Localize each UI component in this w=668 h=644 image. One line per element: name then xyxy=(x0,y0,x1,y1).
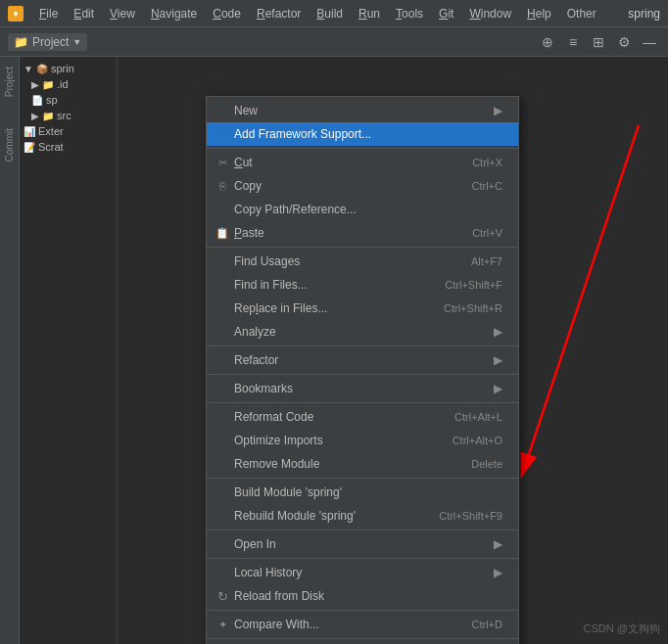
menu-item-find-in-files-label: Find in Files... xyxy=(234,278,429,292)
menu-item-copy-path[interactable]: Copy Path/Reference... xyxy=(207,198,518,221)
menu-item-copy[interactable]: ⎘ Copy Ctrl+C xyxy=(207,174,518,198)
folder-icon-id: 📁 xyxy=(42,79,54,90)
project-selector[interactable]: 📁 Project ▼ xyxy=(8,33,87,51)
submenu-arrow-local-history: ▶ xyxy=(494,566,502,579)
folder-collapsed-icon2: ▶ xyxy=(31,111,39,121)
separator-8 xyxy=(207,558,518,559)
menu-refactor[interactable]: Refactor xyxy=(249,3,309,24)
menu-item-refactor[interactable]: Refactor ▶ xyxy=(207,348,518,372)
tab-commit[interactable]: Commit xyxy=(2,122,17,167)
rebuild-module-shortcut: Ctrl+Shift+F9 xyxy=(439,510,502,522)
menu-item-find-in-files[interactable]: Find in Files... Ctrl+Shift+F xyxy=(207,273,518,297)
submenu-arrow-analyze: ▶ xyxy=(494,325,502,339)
menu-code[interactable]: Code xyxy=(205,3,249,24)
tree-item-exter[interactable]: 📊 Exter xyxy=(20,123,117,139)
menu-item-replace-in-files-label: Replace in Files... xyxy=(234,301,428,315)
folder-icon-src: 📁 xyxy=(42,111,54,121)
menu-item-rebuild-module-label: Rebuild Module 'spring' xyxy=(234,509,423,523)
app-logo: ♦ xyxy=(8,6,24,22)
menu-window[interactable]: Window xyxy=(461,3,519,24)
menu-git[interactable]: Git xyxy=(431,3,461,24)
watermark: CSDN @文狗狗 xyxy=(584,621,660,636)
tree-item-src[interactable]: ▶ 📁 src xyxy=(20,108,117,123)
tree-label-src: src xyxy=(57,110,72,121)
menu-item-analyze[interactable]: Analyze ▶ xyxy=(207,320,518,344)
reload-icon: ↻ xyxy=(215,588,230,604)
menu-edit[interactable]: Edit xyxy=(66,3,102,24)
project-label-text: Project xyxy=(32,35,69,49)
menu-view[interactable]: View xyxy=(102,3,143,24)
menu-item-open-in[interactable]: Open In ▶ xyxy=(207,532,518,556)
compare-icon: ✦ xyxy=(215,617,230,632)
menu-item-bookmarks[interactable]: Bookmarks ▶ xyxy=(207,377,518,400)
scope-icon-btn[interactable]: ⊕ xyxy=(537,31,558,53)
svg-line-1 xyxy=(521,125,639,478)
submenu-arrow-bookmarks: ▶ xyxy=(494,382,502,395)
menu-build[interactable]: Build xyxy=(309,3,351,24)
exter-icon: 📊 xyxy=(24,126,35,137)
settings-icon-btn[interactable]: ⚙ xyxy=(613,31,635,53)
tree-item-scrat[interactable]: 📝 Scrat xyxy=(20,139,117,155)
expand-icon-btn[interactable]: ⊞ xyxy=(588,31,609,53)
menu-tools[interactable]: Tools xyxy=(388,3,431,24)
side-tabs: Project Commit xyxy=(0,57,20,644)
menu-item-build-module[interactable]: Build Module 'spring' xyxy=(207,481,518,504)
layout-icon-btn[interactable]: ≡ xyxy=(562,31,584,53)
menu-item-local-history[interactable]: Local History ▶ xyxy=(207,561,518,584)
tree-item-spring[interactable]: ▼ 📦 sprin xyxy=(20,61,117,76)
menu-item-remove-module[interactable]: Remove Module Delete xyxy=(207,452,518,476)
menu-item-cut[interactable]: ✂ Cut Ctrl+X xyxy=(207,151,518,174)
copy-shortcut: Ctrl+C xyxy=(472,180,502,192)
menu-file[interactable]: File xyxy=(31,3,66,24)
menu-item-compare-label: Compare With... xyxy=(234,618,456,631)
minimize-icon-btn[interactable]: — xyxy=(639,31,660,53)
tree-label-scrat: Scrat xyxy=(38,141,64,153)
menu-item-refactor-label: Refactor xyxy=(234,353,486,367)
menu-navigate[interactable]: Navigate xyxy=(143,3,205,24)
tree-label-exter: Exter xyxy=(38,125,64,137)
menu-help[interactable]: Help xyxy=(519,3,559,24)
tab-project[interactable]: Project xyxy=(2,61,17,103)
scrat-icon: 📝 xyxy=(24,142,35,153)
separator-6 xyxy=(207,478,518,479)
menu-item-find-usages[interactable]: Find Usages Alt+F7 xyxy=(207,250,518,273)
cut-shortcut: Ctrl+X xyxy=(472,157,502,168)
menu-item-optimize[interactable]: Optimize Imports Ctrl+Alt+O xyxy=(207,429,518,452)
menu-item-remove-module-label: Remove Module xyxy=(234,457,455,471)
menu-item-cut-label: Cut xyxy=(234,156,456,169)
separator-7 xyxy=(207,529,518,530)
menu-other[interactable]: Other xyxy=(559,3,604,24)
menu-item-reformat[interactable]: Reformat Code Ctrl+Alt+L xyxy=(207,405,518,429)
menu-item-reload-label: Reload from Disk xyxy=(234,589,502,603)
menu-item-add-framework[interactable]: Add Framework Support... xyxy=(207,122,518,146)
folder-icon: 📁 xyxy=(14,35,28,49)
separator-3 xyxy=(207,345,518,346)
submenu-arrow-open-in: ▶ xyxy=(494,537,502,551)
dropdown-icon: ▼ xyxy=(72,37,81,47)
menu-item-reformat-label: Reformat Code xyxy=(234,410,439,424)
menu-item-find-usages-label: Find Usages xyxy=(234,254,455,268)
menu-item-optimize-label: Optimize Imports xyxy=(234,434,437,447)
main-area: Project Commit ▼ 📦 sprin ▶ 📁 .id 📄 sp ▶ … xyxy=(0,57,668,644)
reformat-shortcut: Ctrl+Alt+L xyxy=(454,411,502,423)
tree-item-id[interactable]: ▶ 📁 .id xyxy=(20,76,117,92)
tree-item-sp[interactable]: 📄 sp xyxy=(20,92,117,108)
menu-item-new[interactable]: New ▶ xyxy=(207,99,518,122)
menu-run[interactable]: Run xyxy=(351,3,388,24)
menu-item-open-in-label: Open In xyxy=(234,537,486,551)
submenu-arrow-refactor: ▶ xyxy=(494,353,502,367)
title-bar: ♦ File Edit View Navigate Code Refactor … xyxy=(0,0,668,27)
menu-item-bookmarks-label: Bookmarks xyxy=(234,382,486,395)
menu-item-copy-path-label: Copy Path/Reference... xyxy=(234,203,502,216)
tree-label-spring: sprin xyxy=(51,63,74,74)
menu-item-replace-in-files[interactable]: Replace in Files... Ctrl+Shift+R xyxy=(207,297,518,320)
menu-item-compare[interactable]: ✦ Compare With... Ctrl+D xyxy=(207,613,518,636)
paste-icon: 📋 xyxy=(215,225,230,241)
tree-label-id: .id xyxy=(57,78,69,90)
menu-item-paste[interactable]: 📋 Paste Ctrl+V xyxy=(207,221,518,245)
separator-10 xyxy=(207,638,518,639)
separator-1 xyxy=(207,148,518,149)
menu-item-rebuild-module[interactable]: Rebuild Module 'spring' Ctrl+Shift+F9 xyxy=(207,504,518,528)
menu-item-reload[interactable]: ↻ Reload from Disk xyxy=(207,584,518,608)
menu-item-add-framework-label: Add Framework Support... xyxy=(234,127,502,141)
